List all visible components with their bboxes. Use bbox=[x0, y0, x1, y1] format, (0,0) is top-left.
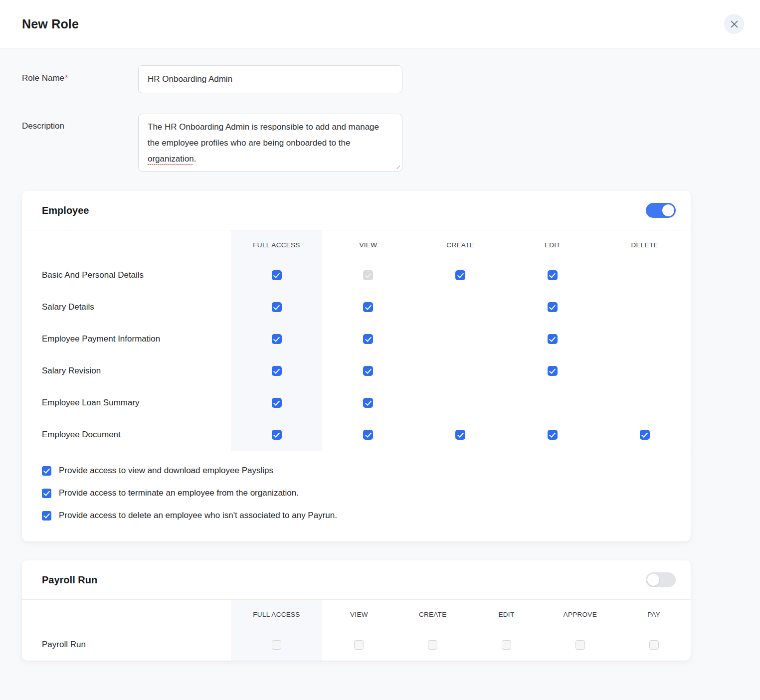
column-header-create: CREATE bbox=[414, 230, 507, 259]
row-label: Basic And Personal Details bbox=[22, 270, 231, 280]
option-row[interactable]: Provide access to delete an employee who… bbox=[42, 511, 671, 521]
checkbox-checked[interactable] bbox=[363, 334, 373, 344]
checkbox-checked[interactable] bbox=[272, 270, 282, 280]
page-title: New Role bbox=[22, 17, 79, 31]
dialog-header: New Role bbox=[0, 0, 760, 48]
column-header-full-access: FULL ACCESS bbox=[231, 600, 322, 629]
toggle-knob bbox=[662, 204, 674, 216]
checkbox-checked[interactable] bbox=[272, 366, 282, 376]
resize-handle-icon[interactable] bbox=[394, 164, 400, 169]
checkbox-checked[interactable] bbox=[548, 270, 558, 280]
checkbox-unchecked[interactable] bbox=[649, 640, 659, 650]
table-row: Payroll Run bbox=[22, 629, 691, 661]
close-button[interactable] bbox=[724, 14, 744, 34]
column-header-pay: PAY bbox=[617, 600, 691, 629]
checkbox-unchecked[interactable] bbox=[428, 640, 437, 650]
column-header-view: VIEW bbox=[322, 230, 414, 259]
checkbox-checked[interactable] bbox=[363, 302, 373, 312]
checkbox-checked[interactable] bbox=[272, 334, 282, 344]
permission-table-body: Basic And Personal DetailsSalary Details… bbox=[22, 259, 691, 451]
permission-table-body: Payroll Run bbox=[22, 629, 691, 661]
checkbox-unchecked[interactable] bbox=[354, 640, 364, 650]
column-header-edit: EDIT bbox=[470, 600, 544, 629]
required-asterisk: * bbox=[65, 73, 68, 83]
row-label: Payroll Run bbox=[22, 640, 231, 650]
section-title: Payroll Run bbox=[42, 574, 97, 586]
table-row: Employee Document bbox=[22, 419, 691, 451]
role-name-input[interactable] bbox=[138, 65, 402, 93]
row-label: Salary Revision bbox=[22, 366, 231, 376]
checkbox-unchecked[interactable] bbox=[502, 640, 511, 650]
checkbox-checked[interactable] bbox=[42, 466, 51, 476]
row-label: Employee Loan Summary bbox=[22, 398, 231, 408]
section-title: Employee bbox=[42, 205, 89, 216]
checkbox-checked[interactable] bbox=[363, 398, 373, 408]
toggle-knob bbox=[647, 574, 659, 586]
row-label: Employee Payment Information bbox=[22, 334, 231, 344]
section-card-payroll-run: Payroll Run FULL ACCESSVIEWCREATEEDITAPP… bbox=[22, 560, 691, 661]
description-label: Description bbox=[22, 114, 138, 172]
table-row: Salary Details bbox=[22, 291, 691, 323]
column-header-delete: DELETE bbox=[598, 230, 691, 259]
column-header-approve: APPROVE bbox=[543, 600, 617, 629]
checkbox-checked[interactable] bbox=[548, 334, 558, 344]
checkbox-checked[interactable] bbox=[548, 430, 558, 440]
table-row: Basic And Personal Details bbox=[22, 259, 691, 291]
close-icon bbox=[730, 20, 739, 28]
checkbox-unchecked[interactable] bbox=[575, 640, 585, 650]
table-row: Salary Revision bbox=[22, 355, 691, 387]
employee-section-toggle[interactable] bbox=[646, 203, 676, 218]
permission-table-header: FULL ACCESSVIEWCREATEEDITAPPROVEPAY bbox=[22, 600, 691, 629]
table-row: Employee Payment Information bbox=[22, 323, 691, 355]
option-label: Provide access to view and download empl… bbox=[59, 466, 273, 476]
extra-options-list: Provide access to view and download empl… bbox=[22, 451, 691, 541]
checkbox-checked-disabled bbox=[363, 270, 373, 280]
checkbox-checked[interactable] bbox=[455, 270, 465, 280]
permission-table-header: FULL ACCESSVIEWCREATEEDITDELETE bbox=[22, 230, 691, 259]
checkbox-checked[interactable] bbox=[640, 430, 650, 440]
checkbox-checked[interactable] bbox=[42, 511, 51, 521]
option-label: Provide access to terminate an employee … bbox=[59, 488, 299, 498]
column-header-view: VIEW bbox=[322, 600, 396, 629]
checkbox-checked[interactable] bbox=[455, 430, 465, 440]
column-header-create: CREATE bbox=[396, 600, 470, 629]
row-label: Employee Document bbox=[22, 430, 231, 440]
misspelled-word: organization bbox=[148, 154, 194, 164]
description-textarea[interactable]: The HR Onboarding Admin is responsible t… bbox=[138, 114, 402, 172]
checkbox-checked[interactable] bbox=[42, 489, 51, 498]
table-row: Employee Loan Summary bbox=[22, 387, 691, 419]
checkbox-checked[interactable] bbox=[548, 366, 558, 376]
checkbox-checked[interactable] bbox=[272, 430, 282, 440]
checkbox-unchecked[interactable] bbox=[272, 640, 281, 650]
payroll-run-section-toggle[interactable] bbox=[646, 572, 676, 587]
checkbox-checked[interactable] bbox=[272, 398, 282, 408]
checkbox-checked[interactable] bbox=[363, 430, 373, 440]
row-label: Salary Details bbox=[22, 302, 231, 312]
checkbox-checked[interactable] bbox=[548, 302, 558, 312]
checkbox-checked[interactable] bbox=[272, 302, 282, 312]
checkbox-checked[interactable] bbox=[363, 366, 373, 376]
option-row[interactable]: Provide access to view and download empl… bbox=[42, 466, 671, 476]
option-row[interactable]: Provide access to terminate an employee … bbox=[42, 488, 671, 498]
section-card-employee: Employee FULL ACCESSVIEWCREATEEDITDELETE… bbox=[22, 191, 691, 541]
role-name-label: Role Name* bbox=[22, 65, 138, 93]
column-header-full-access: FULL ACCESS bbox=[231, 230, 322, 259]
description-text: The HR Onboarding Admin is responsible t… bbox=[148, 122, 379, 164]
column-header-edit: EDIT bbox=[507, 230, 599, 259]
option-label: Provide access to delete an employee who… bbox=[59, 511, 337, 521]
role-form: Role Name* Description The HR Onboarding… bbox=[0, 48, 760, 172]
